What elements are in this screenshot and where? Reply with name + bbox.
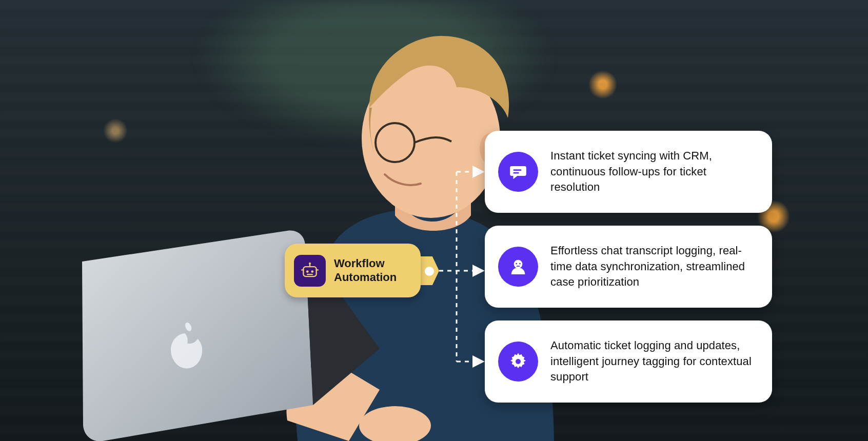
- feature-card-crm-sync: Instant ticket syncing with CRM, continu…: [485, 131, 772, 213]
- feature-text: Effortless chat transcript logging, real…: [550, 243, 757, 290]
- hero-image: Workflow Automation Instant ticket synci…: [0, 0, 868, 441]
- feature-card-transcript-logging: Effortless chat transcript logging, real…: [485, 226, 772, 308]
- svg-point-7: [311, 270, 313, 273]
- chat-icon: [498, 152, 538, 192]
- chip-label: Workflow Automation: [334, 257, 397, 284]
- feature-card-auto-logging: Automatic ticket logging and updates, in…: [485, 320, 772, 403]
- connector-origin-dot: [425, 267, 434, 276]
- robot-icon: [294, 255, 326, 287]
- svg-point-13: [519, 263, 521, 265]
- feature-text: Instant ticket syncing with CRM, continu…: [550, 148, 757, 195]
- svg-rect-9: [514, 169, 522, 171]
- svg-rect-14: [517, 266, 520, 267]
- svg-point-8: [309, 262, 311, 264]
- workflow-diagram: Workflow Automation Instant ticket synci…: [0, 0, 868, 441]
- svg-point-12: [516, 263, 517, 265]
- person-icon: [498, 247, 538, 287]
- svg-rect-10: [514, 172, 519, 174]
- workflow-automation-chip: Workflow Automation: [285, 244, 421, 297]
- svg-point-11: [514, 260, 523, 269]
- feature-text: Automatic ticket logging and updates, in…: [550, 338, 757, 385]
- gear-icon: [498, 342, 538, 382]
- svg-point-6: [306, 270, 309, 273]
- svg-point-15: [516, 359, 521, 364]
